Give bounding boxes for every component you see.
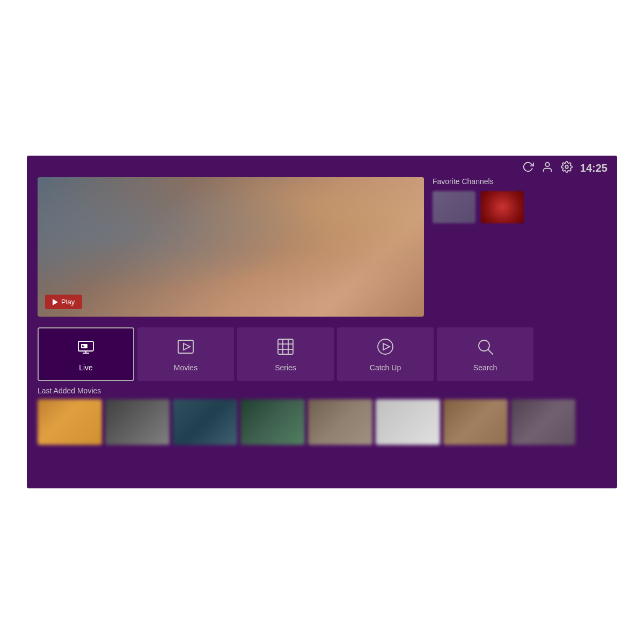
live-icon [76, 337, 96, 359]
movie-thumb-7[interactable] [443, 399, 508, 445]
tab-live[interactable]: Live [38, 327, 134, 381]
svg-line-17 [488, 349, 493, 354]
tab-movies-label: Movies [174, 363, 197, 372]
clock-display: 14:25 [580, 162, 608, 174]
svg-marker-15 [383, 343, 390, 350]
refresh-icon[interactable] [522, 161, 534, 175]
nav-tabs: Live Movies Ser [27, 327, 617, 381]
account-icon[interactable] [541, 161, 553, 175]
video-blur [38, 177, 424, 317]
tab-series-label: Series [275, 363, 296, 372]
channel-thumbnails-row [433, 191, 606, 223]
last-added-section: Last Added Movies [27, 381, 617, 445]
movies-icon [176, 337, 195, 359]
tab-live-label: Live [79, 363, 93, 372]
tab-search[interactable]: Search [437, 327, 533, 381]
app-container: 14:25 Play Favorite Channels [27, 156, 617, 488]
movie-thumb-2[interactable] [105, 399, 170, 445]
settings-icon[interactable] [561, 161, 573, 175]
movie-thumb-5[interactable] [308, 399, 372, 445]
video-preview: Play [38, 177, 424, 317]
channel-thumb-1[interactable] [433, 191, 475, 223]
svg-point-1 [565, 165, 568, 169]
movie-thumb-8[interactable] [511, 399, 575, 445]
movie-thumb-3[interactable] [173, 399, 237, 445]
svg-rect-9 [278, 339, 293, 354]
tab-series[interactable]: Series [237, 327, 334, 381]
catchup-icon [376, 337, 395, 359]
series-icon [276, 337, 295, 359]
tab-movies[interactable]: Movies [137, 327, 234, 381]
movie-thumb-4[interactable] [240, 399, 305, 445]
channel-thumb-2[interactable] [481, 191, 524, 223]
tab-catchup[interactable]: Catch Up [337, 327, 434, 381]
last-added-title: Last Added Movies [38, 386, 606, 395]
search-icon [475, 337, 495, 359]
favorite-channels-panel: Favorite Channels [433, 177, 606, 322]
tab-catchup-label: Catch Up [370, 363, 401, 372]
svg-point-0 [545, 163, 549, 166]
header: 14:25 [513, 156, 617, 181]
play-button[interactable]: Play [45, 295, 82, 309]
svg-marker-8 [184, 343, 190, 350]
movie-thumb-1[interactable] [38, 399, 102, 445]
movies-row [38, 399, 606, 445]
play-triangle-icon [53, 299, 58, 305]
tab-search-label: Search [473, 363, 497, 372]
play-label: Play [61, 298, 75, 306]
movie-thumb-6[interactable] [376, 399, 440, 445]
